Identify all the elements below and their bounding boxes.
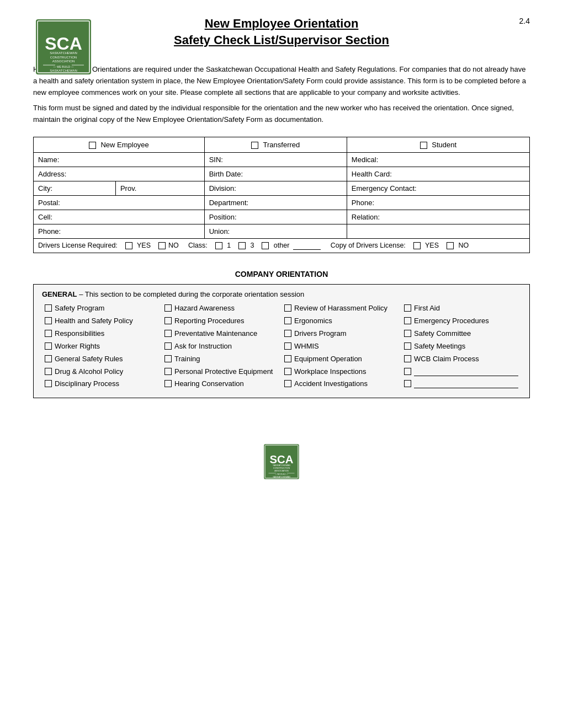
- svg-text:SCA: SCA: [270, 454, 294, 466]
- class1-checkbox[interactable]: [215, 242, 222, 249]
- postal-cell: Postal:: [34, 196, 205, 210]
- emergency-contact-cell: Emergency Contact:: [347, 181, 529, 196]
- drivers-yes-checkbox[interactable]: [125, 242, 132, 249]
- equipment-checkbox[interactable]: [284, 355, 291, 362]
- training-checkbox[interactable]: [164, 355, 172, 362]
- blank2-checkbox[interactable]: [404, 380, 411, 387]
- class3-checkbox[interactable]: [238, 242, 246, 249]
- general-item-general-safety: General Safety Rules: [45, 355, 159, 364]
- workplace-checkbox[interactable]: [284, 368, 291, 375]
- safety-program-checkbox[interactable]: [45, 304, 52, 312]
- union-cell: Union:: [204, 224, 347, 239]
- general-item-drug-alcohol: Drug & Alcohol Policy: [45, 367, 159, 377]
- other-checkbox[interactable]: [262, 242, 269, 249]
- empty-cell: [347, 224, 529, 239]
- relation-cell: Relation:: [347, 210, 529, 224]
- wcb-checkbox[interactable]: [404, 355, 411, 362]
- drug-alcohol-checkbox[interactable]: [45, 368, 52, 375]
- footer: SCA SASKATCHEWAN CONSTRUCTION ASSOCIATIO…: [33, 442, 530, 483]
- general-safety-checkbox[interactable]: [45, 355, 52, 362]
- accident-checkbox[interactable]: [284, 380, 291, 387]
- safety-committee-checkbox[interactable]: [404, 330, 411, 337]
- responsibilities-checkbox[interactable]: [45, 330, 52, 337]
- birth-date-cell: Birth Date:: [204, 167, 347, 181]
- general-item-accident: Accident Investigations: [284, 379, 399, 389]
- form-row-3: City: Prov. Division: Emergency Contact:: [34, 181, 530, 196]
- general-item-safety-committee: Safety Committee: [404, 329, 518, 339]
- blank2-line: [414, 379, 518, 388]
- drivers-license-row: Drivers License Required: YES NO Class: …: [34, 239, 530, 253]
- address-cell: Address:: [34, 167, 205, 181]
- new-employee-checkbox[interactable]: [89, 142, 96, 149]
- general-item-harassment: Review of Harassment Policy: [284, 304, 399, 313]
- hearing-checkbox[interactable]: [164, 380, 172, 387]
- ergonomics-checkbox[interactable]: [284, 317, 291, 324]
- drivers-no-label: NO: [168, 242, 179, 249]
- blank-line-1: [404, 367, 518, 376]
- title-line1: New Employee Orientation: [174, 17, 389, 31]
- form-row-1: Name: SIN: Medical:: [34, 153, 530, 167]
- copy-no-label: NO: [458, 242, 469, 249]
- general-item-safety-program: Safety Program: [45, 304, 159, 313]
- general-item-disciplinary: Disciplinary Process: [45, 379, 159, 389]
- preventative-checkbox[interactable]: [164, 330, 172, 337]
- general-item-worker-rights: Worker Rights: [45, 342, 159, 351]
- ask-checkbox[interactable]: [164, 342, 172, 350]
- general-item-safety-meetings: Safety Meetings: [404, 342, 518, 351]
- svg-text:CONSTRUCTION: CONSTRUCTION: [50, 56, 77, 59]
- general-item-first-aid: First Aid: [404, 304, 518, 313]
- copy-yes-label: YES: [425, 242, 439, 249]
- general-grid: Safety Program Health and Safety Policy …: [42, 304, 521, 392]
- department-cell: Department:: [204, 196, 347, 210]
- emergency-checkbox[interactable]: [404, 317, 411, 324]
- reporting-checkbox[interactable]: [164, 317, 172, 324]
- ppe-checkbox[interactable]: [164, 368, 172, 375]
- copy-yes-checkbox[interactable]: [413, 242, 421, 249]
- first-aid-checkbox[interactable]: [404, 304, 411, 312]
- harassment-checkbox[interactable]: [284, 304, 291, 312]
- svg-text:SASKATCHEWAN: SASKATCHEWAN: [273, 476, 290, 478]
- drivers-checkbox[interactable]: [284, 330, 291, 337]
- general-item-emergency: Emergency Procedures: [404, 317, 518, 326]
- intro-text: Health and Safety Orientations are requi…: [33, 64, 530, 126]
- position-cell: Position:: [204, 210, 347, 224]
- general-col-3: Review of Harassment Policy Ergonomics D…: [282, 304, 401, 392]
- hazard-checkbox[interactable]: [164, 304, 172, 312]
- student-label: Student: [432, 141, 456, 149]
- whmis-checkbox[interactable]: [284, 342, 291, 350]
- general-item-ergonomics: Ergonomics: [284, 317, 399, 326]
- employee-type-row: New Employee Transferred Student: [34, 137, 530, 152]
- drivers-license-cell: Drivers License Required: YES NO Class: …: [34, 239, 530, 253]
- blank1-checkbox[interactable]: [404, 368, 411, 375]
- safety-meetings-checkbox[interactable]: [404, 342, 411, 350]
- general-item-wcb: WCB Claim Process: [404, 355, 518, 364]
- student-cell: Student: [347, 137, 529, 152]
- student-checkbox[interactable]: [420, 142, 427, 149]
- transferred-checkbox[interactable]: [251, 142, 258, 149]
- general-col-4: First Aid Emergency Procedures Safety Co…: [401, 304, 521, 392]
- medical-cell: Medical:: [347, 153, 529, 167]
- general-item-health-safety-policy: Health and Safety Policy: [45, 317, 159, 326]
- copy-no-checkbox[interactable]: [447, 242, 454, 249]
- general-item-training: Training: [164, 355, 279, 364]
- general-col-2: Hazard Awareness Reporting Procedures Pr…: [162, 304, 282, 392]
- form-row-6: Phone: Union:: [34, 224, 530, 239]
- page-header: SCA SASKATCHEWAN CONSTRUCTION ASSOCIATIO…: [33, 17, 530, 47]
- general-desc: – This section to be completed during th…: [79, 290, 304, 298]
- drivers-no-checkbox[interactable]: [158, 242, 166, 249]
- svg-text:SASKATCHEWAN: SASKATCHEWAN: [50, 51, 77, 55]
- svg-text:SASKATCHEWAN: SASKATCHEWAN: [50, 69, 77, 72]
- worker-rights-checkbox[interactable]: [45, 342, 52, 350]
- health-safety-policy-checkbox[interactable]: [45, 317, 52, 324]
- form-row-2: Address: Birth Date: Health Card:: [34, 167, 530, 181]
- blank1-line: [414, 367, 518, 376]
- class-label: Class:: [188, 242, 208, 249]
- class3-label: 3: [250, 242, 254, 249]
- svg-text:ASSOCIATION: ASSOCIATION: [52, 60, 75, 63]
- svg-text:SASKATCHEWAN: SASKATCHEWAN: [273, 465, 290, 467]
- svg-text:CONSTRUCTION: CONSTRUCTION: [273, 468, 290, 470]
- general-item-preventative: Preventative Maintenance: [164, 329, 279, 339]
- disciplinary-checkbox[interactable]: [45, 380, 52, 387]
- prov-cell: Prov.: [115, 181, 204, 196]
- general-label: GENERAL: [42, 290, 77, 298]
